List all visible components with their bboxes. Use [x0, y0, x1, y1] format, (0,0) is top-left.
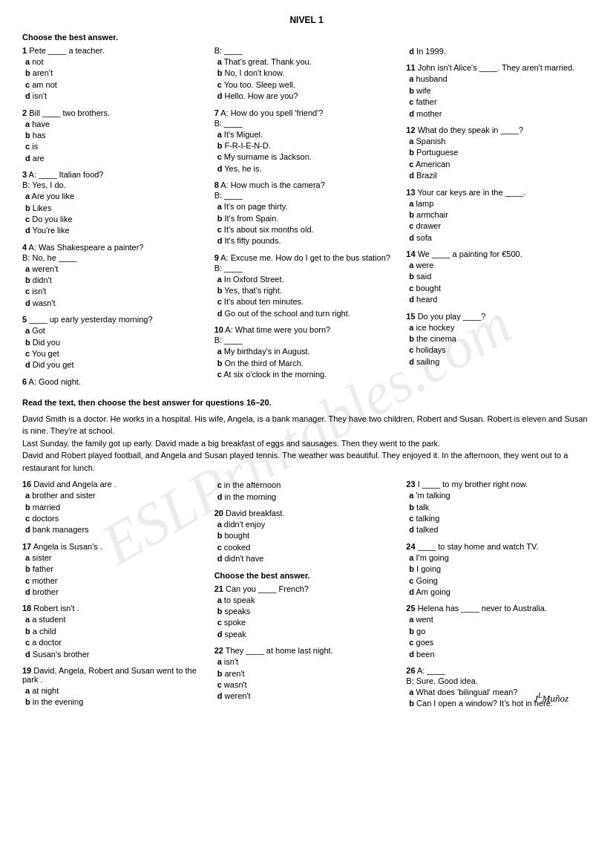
column-5: c in the afternoon d in the morning 20 D… — [214, 480, 399, 715]
question-22: 22 They ____ at home last night. a isn't… — [214, 646, 399, 702]
questions-section-2: 16 David and Angela are . a brother and … — [22, 480, 591, 715]
column-1: 1 Pete ____ a teacher. a not b aren't c … — [22, 46, 207, 392]
questions-section-1: 1 Pete ____ a teacher. a not b aren't c … — [22, 46, 591, 392]
question-13: 13 Your car keys are in the ____. a lamp… — [406, 188, 591, 244]
question-10-d: d In 1999. — [406, 46, 591, 57]
question-6-intro: 6 A: Good night. — [22, 377, 207, 386]
question-8: 8 A: How much is the camera? B: ____ a I… — [214, 180, 399, 247]
logo: JLMuñoz — [534, 691, 568, 704]
question-2: 2 Bill ____ two brothers. a have b has c… — [22, 108, 207, 165]
question-20: 20 David breakfast. a didn't enjoy b bou… — [214, 509, 399, 565]
question-25: 25 Helena has ____ never to Australia. a… — [406, 604, 591, 660]
column-4: 16 David and Angela are . a brother and … — [22, 480, 207, 715]
column-3: d In 1999. 11 John isn't Alice's ____. T… — [406, 46, 591, 392]
question-3: 3 A: ____ Italian food? B: Yes, I do. a … — [22, 170, 207, 237]
question-24: 24 ____ to stay home and watch TV. a I'm… — [406, 542, 591, 598]
section2-header: Read the text, then choose the best answ… — [22, 398, 591, 407]
question-17: 17 Angela is Susan's . a sister b father… — [22, 542, 207, 598]
question-16: 16 David and Angela are . a brother and … — [22, 480, 207, 536]
question-19: 19 David, Angela, Robert and Susan went … — [22, 666, 207, 708]
column-6: 23 I ____ to my brother right now. a 'm … — [406, 480, 591, 715]
question-15: 15 Do you play ____? a ice hockey b the … — [406, 312, 591, 368]
question-5: 5 ____ up early yesterday morning? a Got… — [22, 315, 207, 371]
question-14: 14 We ____ a painting for €500. a were b… — [406, 249, 591, 306]
section1-header: Choose the best answer. — [22, 33, 591, 42]
question-4: 4 A: Was Shakespeare a painter? B: No, h… — [22, 243, 207, 310]
page-title: NIVEL 1 — [22, 15, 591, 25]
question-23: 23 I ____ to my brother right now. a 'm … — [406, 480, 591, 536]
section3-header: Choose the best answer. — [214, 571, 399, 580]
column-2: B: ____ a That's great. Thank you. b No,… — [214, 46, 399, 392]
question-6-opts: B: ____ a That's great. Thank you. b No,… — [214, 46, 399, 102]
question-9: 9 A: Excuse me. How do I get to the bus … — [214, 253, 399, 320]
question-12: 12 What do they speak in ____? a Spanish… — [406, 125, 591, 182]
logo-text: JLMuñoz — [534, 693, 568, 704]
question-1: 1 Pete ____ a teacher. a not b aren't c … — [22, 46, 207, 102]
question-7: 7 A: How do you spell 'friend'? B: ____ … — [214, 108, 399, 175]
question-18: 18 Robert isn't . a a student b a child … — [22, 604, 207, 660]
question-11: 11 John isn't Alice's ____. They aren't … — [406, 63, 591, 120]
question-10: 10 A: What time were you born? B: ____ a… — [214, 325, 399, 380]
question-21: 21 Can you ____ French? a to speak b spe… — [214, 584, 399, 641]
question-19-cont: c in the afternoon d in the morning — [214, 480, 399, 503]
reading-passage: David Smith is a doctor. He works in a h… — [22, 413, 591, 474]
